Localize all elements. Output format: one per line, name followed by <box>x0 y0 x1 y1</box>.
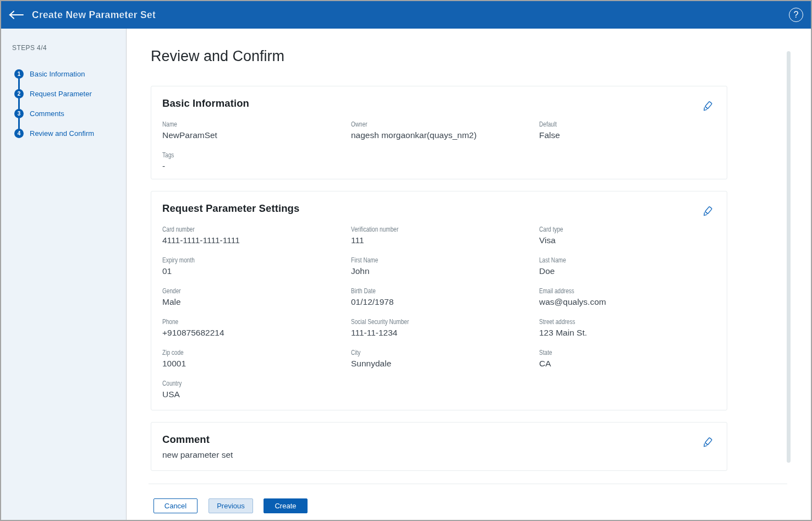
field-label: Last Name <box>539 256 685 265</box>
field-label: Email address <box>539 287 685 295</box>
footer-divider <box>149 484 787 484</box>
field-value: 01 <box>162 266 351 277</box>
field-phone: Phone+910875682214 <box>162 317 351 338</box>
field-value: Doe <box>539 266 714 277</box>
field-verification-number: Verification number111 <box>351 225 539 246</box>
field-default: DefaultFalse <box>539 120 714 141</box>
field-card-number: Card number4111-1111-1111-1111 <box>162 225 351 246</box>
field-first-name: First NameJohn <box>351 256 539 277</box>
field-value: Visa <box>539 235 714 246</box>
card-title: Comment <box>162 434 714 446</box>
card-comment: Commentnew parameter set <box>151 422 727 471</box>
field-label: City <box>351 348 509 357</box>
field-label: Social Security Number <box>351 317 509 326</box>
field-email-address: Email addresswas@qualys.com <box>539 287 714 308</box>
footer-actions: Cancel Previous Create <box>151 498 727 513</box>
step-label: Comments <box>30 109 64 118</box>
field-value: 111-11-1234 <box>351 327 539 338</box>
card-request-parameter-settings: Request Parameter SettingsCard number411… <box>151 191 727 410</box>
card-title: Basic Information <box>162 97 714 109</box>
help-icon[interactable]: ? <box>789 8 803 22</box>
field-value: 10001 <box>162 358 351 369</box>
field-gender: GenderMale <box>162 287 351 308</box>
field-value: John <box>351 266 539 277</box>
sidebar-step-request-parameter[interactable]: 2Request Parameter <box>1 84 126 103</box>
field-value: False <box>539 130 714 141</box>
field-tags: Tags- <box>162 151 351 172</box>
field-label: First Name <box>351 256 509 265</box>
field-label: Card type <box>539 225 685 234</box>
field-value: NewParamSet <box>162 130 351 141</box>
field-value: USA <box>162 389 351 400</box>
field-label: Phone <box>162 317 321 326</box>
field-value: CA <box>539 358 714 369</box>
sidebar-step-basic-information[interactable]: 1Basic Information <box>1 64 126 84</box>
card-basic-information: Basic InformationNameNewParamSetOwnernag… <box>151 86 727 179</box>
page-title: Review and Confirm <box>151 48 727 64</box>
field-value: Male <box>162 297 351 308</box>
field-expiry-month: Expiry month01 <box>162 256 351 277</box>
sidebar-step-review-and-confirm[interactable]: 4Review and Confirm <box>1 123 126 143</box>
app-header: Create New Parameter Set ? <box>1 1 811 29</box>
create-button[interactable]: Create <box>264 498 308 513</box>
field-label: Gender <box>162 287 321 295</box>
field-label: Tags <box>162 151 321 160</box>
steps-counter: STEPS 4/4 <box>12 44 126 52</box>
edit-pencil-icon[interactable] <box>702 100 713 113</box>
content-area: Review and Confirm Basic InformationName… <box>127 29 811 520</box>
previous-button[interactable]: Previous <box>209 498 253 513</box>
step-number-badge: 2 <box>14 89 24 98</box>
step-number-badge: 4 <box>14 129 24 138</box>
step-number-badge: 1 <box>14 69 24 79</box>
field-value: 4111-1111-1111-1111 <box>162 235 351 246</box>
field-birth-date: Birth Date01/12/1978 <box>351 287 539 308</box>
window: Create New Parameter Set ? STEPS 4/4 1Ba… <box>0 0 812 521</box>
field-owner: Ownernagesh morgaonkar(quays_nm2) <box>351 120 539 141</box>
page-header-title: Create New Parameter Set <box>32 9 156 21</box>
field-value: 01/12/1978 <box>351 297 539 308</box>
steps-sidebar: STEPS 4/4 1Basic Information2Request Par… <box>1 29 127 520</box>
field-label: Card number <box>162 225 321 234</box>
step-label: Basic Information <box>30 70 85 78</box>
field-value: +910875682214 <box>162 327 351 338</box>
field-label: Name <box>162 120 321 129</box>
field-label: Street address <box>539 317 685 326</box>
card-title: Request Parameter Settings <box>162 202 714 215</box>
field-zip-code: Zip code10001 <box>162 348 351 369</box>
field-last-name: Last NameDoe <box>539 256 714 277</box>
field-city: CitySunnydale <box>351 348 539 369</box>
cancel-button[interactable]: Cancel <box>153 498 197 513</box>
field-value: nagesh morgaonkar(quays_nm2) <box>351 130 539 141</box>
field-value: 123 Main St. <box>539 327 714 338</box>
comment-text: new parameter set <box>162 449 714 460</box>
field-state: StateCA <box>539 348 714 369</box>
back-arrow-icon[interactable] <box>8 7 24 23</box>
field-value: was@qualys.com <box>539 297 714 308</box>
field-label: Zip code <box>162 348 321 357</box>
edit-pencil-icon[interactable] <box>702 205 713 218</box>
steps-list: 1Basic Information2Request Parameter3Com… <box>1 64 126 143</box>
field-social-security-number: Social Security Number111-11-1234 <box>351 317 539 338</box>
edit-pencil-icon[interactable] <box>702 436 713 449</box>
field-value: 111 <box>351 235 539 246</box>
field-value: - <box>162 161 351 172</box>
field-label: Expiry month <box>162 256 321 265</box>
step-label: Review and Confirm <box>30 129 94 138</box>
field-value: Sunnydale <box>351 358 539 369</box>
field-label: Owner <box>351 120 509 129</box>
field-street-address: Street address123 Main St. <box>539 317 714 338</box>
field-card-type: Card typeVisa <box>539 225 714 246</box>
vertical-scrollbar[interactable] <box>787 51 791 463</box>
sidebar-step-comments[interactable]: 3Comments <box>1 103 126 123</box>
field-country: CountryUSA <box>162 379 351 400</box>
step-label: Request Parameter <box>30 90 92 98</box>
field-label: Verification number <box>351 225 509 234</box>
field-label: State <box>539 348 685 357</box>
field-name: NameNewParamSet <box>162 120 351 141</box>
step-number-badge: 3 <box>14 109 24 118</box>
field-label: Default <box>539 120 685 129</box>
field-label: Country <box>162 379 321 388</box>
field-label: Birth Date <box>351 287 509 295</box>
